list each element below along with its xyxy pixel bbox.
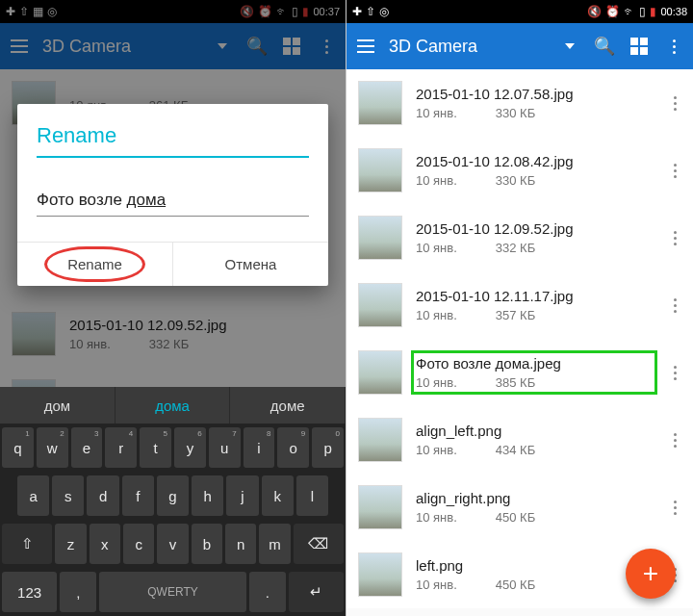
key-i[interactable]: i8 (244, 427, 275, 468)
key-c[interactable]: c (123, 524, 154, 564)
suggestion[interactable]: доме (230, 387, 346, 424)
enter-key[interactable]: ↵ (289, 572, 344, 612)
app-bar: 3D Camera 🔍 (346, 23, 693, 69)
file-size: 450 КБ (496, 578, 535, 592)
key-z[interactable]: z (55, 524, 86, 564)
file-list: 2015-01-10 12.07.58.jpg10 янв.330 КБ2015… (346, 69, 693, 608)
list-item[interactable]: align_left.png10 янв.434 КБ (346, 406, 693, 474)
key-o[interactable]: o9 (277, 427, 309, 468)
dialog-title: Rename (17, 121, 328, 158)
key-y[interactable]: y6 (174, 427, 206, 468)
list-item[interactable]: Фото возле дома.jpeg10 янв.385 КБ (346, 339, 693, 406)
key-q[interactable]: q1 (2, 427, 34, 468)
file-name: align_left.png (416, 423, 653, 439)
numeric-key[interactable]: 123 (2, 572, 57, 612)
file-size: 330 КБ (496, 106, 535, 120)
screen-right: ✚ ⇧ ◎ 🔇 ⏰ ᯤ ▯ ▮ 00:38 3D Camera 🔍 2015-0… (346, 0, 693, 616)
list-item[interactable]: 2015-01-10 12.07.58.jpg10 янв.330 КБ (346, 69, 693, 137)
view-grid-icon[interactable] (628, 35, 651, 58)
key-p[interactable]: p0 (312, 427, 344, 468)
comma-key[interactable]: , (60, 572, 96, 612)
key-m[interactable]: m (259, 524, 290, 564)
key-e[interactable]: e3 (71, 427, 103, 468)
signal-icon: ▯ (639, 6, 646, 17)
rename-input[interactable]: Фото возле дома (37, 187, 309, 217)
file-name: 2015-01-10 12.07.58.jpg (416, 86, 653, 102)
cancel-button[interactable]: Отмена (173, 243, 328, 286)
item-overflow-icon[interactable] (666, 231, 683, 245)
overflow-icon[interactable] (662, 35, 685, 58)
key-b[interactable]: b (192, 524, 222, 564)
key-s[interactable]: s (52, 475, 84, 516)
list-item[interactable]: 2015-01-10 12.08.42.jpg10 янв.330 КБ (346, 137, 693, 204)
keyboard: дом дома доме q1w2e3r4t5y6u7i8o9p0 asdfg… (0, 387, 346, 616)
thumbnail (358, 350, 402, 395)
suggestion[interactable]: дом (0, 387, 116, 424)
key-x[interactable]: x (90, 524, 120, 564)
file-size: 332 КБ (496, 241, 535, 255)
alarm-icon: ⏰ (605, 6, 620, 17)
plus-icon: ✚ (352, 6, 362, 17)
file-size: 357 КБ (496, 308, 535, 322)
space-key[interactable]: QWERTY (99, 572, 245, 612)
rename-dialog: Rename Фото возле дома Rename Отмена (17, 104, 328, 286)
item-overflow-icon[interactable] (666, 96, 683, 111)
list-item[interactable]: 2015-01-10 12.09.52.jpg10 янв.332 КБ (346, 204, 693, 271)
rename-confirm-button[interactable]: Rename (17, 243, 173, 286)
file-date: 10 янв. (416, 578, 457, 592)
status-time: 00:38 (660, 6, 687, 17)
key-l[interactable]: l (296, 475, 328, 516)
file-name: 2015-01-10 12.11.17.jpg (416, 288, 653, 304)
search-icon[interactable]: 🔍 (593, 35, 616, 58)
thumbnail (358, 552, 402, 597)
file-name: 2015-01-10 12.09.52.jpg (416, 220, 653, 237)
key-r[interactable]: r4 (105, 427, 137, 468)
key-v[interactable]: v (157, 524, 188, 564)
item-overflow-icon[interactable] (666, 164, 683, 178)
key-j[interactable]: j (226, 475, 258, 516)
status-bar: ✚ ⇧ ◎ 🔇 ⏰ ᯤ ▯ ▮ 00:38 (346, 0, 693, 23)
list-item[interactable]: 2015-01-10 12.11.17.jpg10 янв.357 КБ (346, 271, 693, 339)
key-h[interactable]: h (192, 475, 223, 516)
file-date: 10 янв. (416, 173, 457, 188)
file-name: 2015-01-10 12.08.42.jpg (416, 153, 653, 169)
file-name: align_right.png (416, 490, 653, 506)
file-name: left.png (416, 557, 653, 574)
backspace-key[interactable]: ⌫ (294, 524, 344, 564)
key-t[interactable]: t5 (140, 427, 171, 468)
menu-button[interactable] (354, 35, 377, 58)
key-k[interactable]: k (262, 475, 294, 516)
suggestion-bar: дом дома доме (0, 387, 346, 424)
item-overflow-icon[interactable] (666, 366, 683, 380)
file-date: 10 янв. (416, 510, 457, 525)
item-overflow-icon[interactable] (666, 433, 683, 448)
key-w[interactable]: w2 (37, 427, 68, 468)
file-size: 434 КБ (496, 443, 535, 457)
fab-add-button[interactable]: + (626, 549, 676, 599)
wifi-icon: ᯤ (624, 6, 635, 17)
suggestion-selected[interactable]: дома (116, 387, 231, 424)
list-item[interactable]: align_right.png10 янв.450 КБ (346, 474, 693, 541)
key-a[interactable]: a (17, 475, 49, 516)
thumbnail (358, 485, 402, 529)
item-overflow-icon[interactable] (666, 500, 683, 515)
file-date: 10 янв. (416, 375, 457, 390)
period-key[interactable]: . (249, 572, 286, 612)
file-date: 10 янв. (416, 308, 457, 322)
key-u[interactable]: u7 (209, 427, 241, 468)
file-size: 385 КБ (496, 375, 535, 390)
screen-left: ✚ ⇧ ▦ ◎ 🔇 ⏰ ᯤ ▯ ▮ 00:37 3D Camera 🔍 (0, 0, 346, 616)
key-g[interactable]: g (157, 475, 189, 516)
thumbnail (358, 216, 402, 260)
dropdown-icon[interactable] (558, 35, 581, 58)
shift-key[interactable]: ⇧ (2, 524, 52, 564)
key-f[interactable]: f (122, 475, 154, 516)
key-d[interactable]: d (87, 475, 118, 516)
thumbnail (358, 283, 402, 327)
thumbnail (358, 418, 402, 462)
file-date: 10 янв. (416, 241, 457, 255)
item-overflow-icon[interactable] (666, 298, 683, 313)
thumbnail (358, 81, 402, 125)
key-n[interactable]: n (225, 524, 256, 564)
file-size: 450 КБ (496, 510, 535, 525)
